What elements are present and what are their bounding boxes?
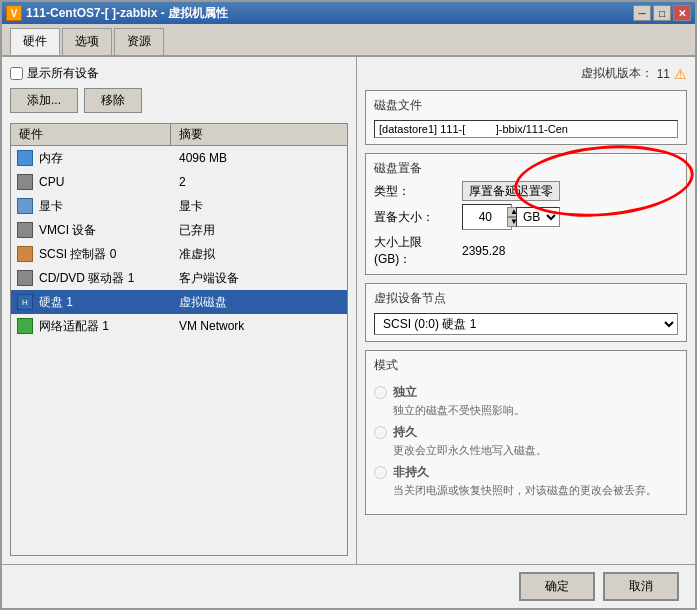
hw-row-summary: 准虚拟 (175, 246, 347, 263)
disk-file-section: 磁盘文件 (365, 90, 687, 145)
table-row[interactable]: VMCI 设备 已弃用 (11, 218, 347, 242)
vnode-select[interactable]: SCSI (0:0) 硬盘 1 (374, 313, 678, 335)
hw-row-summary: VM Network (175, 319, 347, 333)
size-number-input[interactable] (467, 210, 507, 224)
title-bar: V 111-CentOS7-[ ]-zabbix - 虚拟机属性 ─ □ ✕ (2, 2, 695, 24)
mode-desc-independent: 独立的磁盘不受快照影响。 (393, 403, 525, 418)
provision-type-display: 厚置备延迟置零 (462, 181, 560, 201)
mode-radio-nonpersistent[interactable] (374, 466, 387, 479)
hdd-icon: H (15, 292, 35, 312)
size-label: 置备大小： (374, 209, 454, 226)
vnode-title: 虚拟设备节点 (374, 290, 678, 307)
table-row[interactable]: 内存 4096 MB (11, 146, 347, 170)
remove-button[interactable]: 移除 (84, 88, 142, 113)
hw-row-name: 网络适配器 1 (35, 318, 175, 335)
disk-file-input-row (374, 120, 678, 138)
scsi-icon (15, 244, 35, 264)
mode-radio-independent[interactable] (374, 386, 387, 399)
show-all-row: 显示所有设备 (10, 65, 348, 82)
size-input-group: ▲ ▼ MB GB (462, 204, 560, 230)
hw-row-name: SCSI 控制器 0 (35, 246, 175, 263)
close-button[interactable]: ✕ (673, 5, 691, 21)
tab-options[interactable]: 选项 (62, 28, 112, 55)
size-unit-select[interactable]: MB GB (516, 207, 560, 227)
hw-row-summary: 已弃用 (175, 222, 347, 239)
max-label: 大小上限 (GB)： (374, 234, 454, 268)
mode-option-persistent: 持久 更改会立即永久性地写入磁盘。 (374, 424, 678, 458)
mode-option-nonpersistent: 非持久 当关闭电源或恢复快照时，对该磁盘的更改会被丢弃。 (374, 464, 678, 498)
memory-icon (15, 148, 35, 168)
type-value: 厚置备延迟置零 (462, 183, 678, 200)
mode-option-independent: 独立 独立的磁盘不受快照影响。 (374, 384, 678, 418)
table-row[interactable]: CPU 2 (11, 170, 347, 194)
mode-desc-persistent: 更改会立即永久性地写入磁盘。 (393, 443, 547, 458)
hw-row-summary: 客户端设备 (175, 270, 347, 287)
disk-provision-title: 磁盘置备 (374, 160, 678, 177)
size-row: 置备大小： ▲ ▼ MB GB (374, 204, 678, 230)
hw-row-summary: 显卡 (175, 198, 347, 215)
main-content: 显示所有设备 添加... 移除 硬件 摘要 内存 4096 MB (2, 57, 695, 564)
version-label: 虚拟机版本： (581, 65, 653, 82)
vmci-icon (15, 220, 35, 240)
mode-radio-persistent[interactable] (374, 426, 387, 439)
tab-hardware[interactable]: 硬件 (10, 28, 60, 55)
window-controls: ─ □ ✕ (633, 5, 691, 21)
action-buttons: 添加... 移除 (10, 88, 348, 113)
disk-file-field[interactable] (374, 120, 678, 138)
cpu-icon (15, 172, 35, 192)
version-value: 11 (657, 67, 670, 81)
vnode-section: 虚拟设备节点 SCSI (0:0) 硬盘 1 (365, 283, 687, 342)
show-all-checkbox[interactable] (10, 67, 23, 80)
hw-row-name: CPU (35, 175, 175, 189)
cancel-button[interactable]: 取消 (603, 572, 679, 601)
window-title: 111-CentOS7-[ ]-zabbix - 虚拟机属性 (26, 5, 228, 22)
mode-label-nonpersistent: 非持久 (393, 464, 657, 481)
mode-section: 模式 独立 独立的磁盘不受快照影响。 持久 (365, 350, 687, 515)
show-all-label: 显示所有设备 (27, 65, 99, 82)
mode-label-persistent: 持久 (393, 424, 547, 441)
tab-bar: 硬件 选项 资源 (2, 24, 695, 57)
warning-icon: ⚠ (674, 66, 687, 82)
hw-row-name: CD/DVD 驱动器 1 (35, 270, 175, 287)
table-row[interactable]: SCSI 控制器 0 准虚拟 (11, 242, 347, 266)
type-label: 类型： (374, 183, 454, 200)
table-header: 硬件 摘要 (11, 124, 347, 146)
add-button[interactable]: 添加... (10, 88, 78, 113)
minimize-button[interactable]: ─ (633, 5, 651, 21)
disk-file-title: 磁盘文件 (374, 97, 678, 114)
size-spinner: ▲ ▼ (462, 204, 512, 230)
maximize-button[interactable]: □ (653, 5, 671, 21)
table-row[interactable]: 显卡 显卡 (11, 194, 347, 218)
display-icon (15, 196, 35, 216)
left-panel: 显示所有设备 添加... 移除 硬件 摘要 内存 4096 MB (2, 57, 357, 564)
network-icon (15, 316, 35, 336)
window-icon: V (6, 5, 22, 21)
right-panel: 虚拟机版本： 11 ⚠ 磁盘文件 磁盘置备 类 (357, 57, 695, 564)
hw-row-name: 硬盘 1 (35, 294, 175, 311)
hw-row-summary: 虚拟磁盘 (175, 294, 347, 311)
col-hardware: 硬件 (11, 124, 171, 145)
hw-row-name: 显卡 (35, 198, 175, 215)
hw-row-name: 内存 (35, 150, 175, 167)
hw-row-name: VMCI 设备 (35, 222, 175, 239)
mode-title: 模式 (374, 357, 678, 374)
mode-desc-nonpersistent: 当关闭电源或恢复快照时，对该磁盘的更改会被丢弃。 (393, 483, 657, 498)
table-row-selected[interactable]: H 硬盘 1 虚拟磁盘 (11, 290, 347, 314)
ok-button[interactable]: 确定 (519, 572, 595, 601)
type-row: 类型： 厚置备延迟置零 (374, 183, 678, 200)
tab-resources[interactable]: 资源 (114, 28, 164, 55)
hardware-table: 硬件 摘要 内存 4096 MB CPU 2 显卡 显卡 (10, 123, 348, 556)
mode-label-independent: 独立 (393, 384, 525, 401)
mode-radio-group: 独立 独立的磁盘不受快照影响。 持久 更改会立即永久性地写入磁盘。 (374, 380, 678, 508)
version-row: 虚拟机版本： 11 ⚠ (365, 65, 687, 82)
hw-row-summary: 2 (175, 175, 347, 189)
main-window: V 111-CentOS7-[ ]-zabbix - 虚拟机属性 ─ □ ✕ 硬… (0, 0, 697, 610)
cddvd-icon (15, 268, 35, 288)
max-size-row: 大小上限 (GB)： 2395.28 (374, 234, 678, 268)
col-summary: 摘要 (171, 124, 347, 145)
table-row[interactable]: 网络适配器 1 VM Network (11, 314, 347, 338)
disk-provision-section: 磁盘置备 类型： 厚置备延迟置零 置备大小： (365, 153, 687, 275)
table-row[interactable]: CD/DVD 驱动器 1 客户端设备 (11, 266, 347, 290)
max-value: 2395.28 (462, 244, 505, 258)
hw-row-summary: 4096 MB (175, 151, 347, 165)
